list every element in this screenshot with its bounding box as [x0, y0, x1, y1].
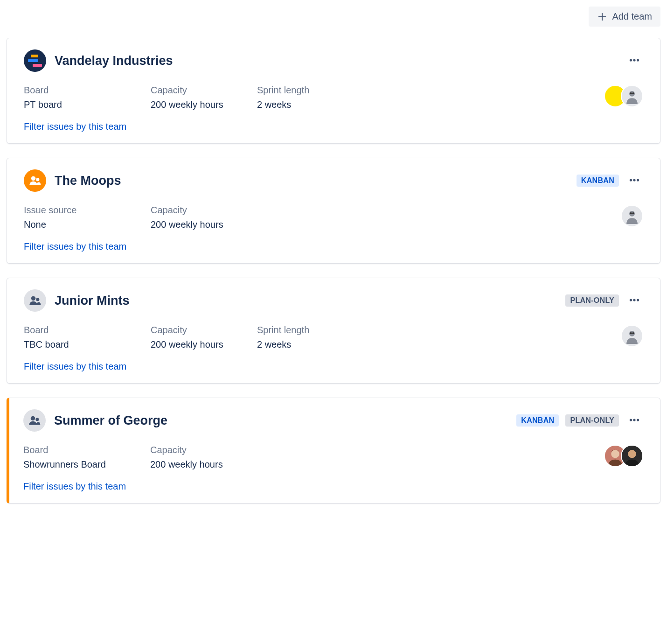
svg-point-24 [637, 299, 639, 301]
team-card: Junior Mints PLAN-ONLY Board TBC board C… [7, 278, 660, 384]
more-actions-button[interactable] [625, 51, 643, 70]
team-field: Sprint length 2 weeks [257, 85, 363, 110]
fields-row: Board TBC board Capacity 200 weekly hour… [24, 325, 363, 350]
svg-point-2 [630, 59, 632, 61]
member-avatar [621, 445, 643, 467]
card-body: Board PT board Capacity 200 weekly hours… [24, 85, 643, 110]
people-icon [28, 414, 41, 427]
svg-point-20 [31, 296, 35, 301]
team-avatar [24, 169, 46, 192]
members-list [604, 445, 643, 467]
card-header: Vandelay Industries [24, 49, 643, 72]
more-actions-button[interactable] [625, 411, 643, 430]
member-avatar [621, 325, 643, 347]
member-avatar [621, 85, 643, 107]
field-label: Capacity [150, 445, 257, 455]
filter-issues-link[interactable]: Filter issues by this team [23, 481, 126, 492]
svg-point-33 [633, 419, 635, 421]
team-avatar [24, 289, 46, 312]
header-left: Vandelay Industries [24, 49, 173, 72]
team-name: Summer of George [54, 413, 167, 428]
team-field: Capacity 200 weekly hours [151, 205, 257, 230]
field-value: 200 weekly hours [151, 99, 257, 110]
svg-point-21 [36, 298, 39, 301]
svg-point-13 [633, 179, 635, 181]
people-icon [28, 174, 42, 187]
team-field: Sprint length 2 weeks [257, 325, 363, 350]
more-actions-button[interactable] [625, 171, 643, 190]
field-value: TBC board [24, 339, 151, 350]
badge-kanban: KANBAN [516, 414, 559, 427]
svg-point-10 [31, 176, 35, 181]
team-avatar [23, 409, 46, 432]
svg-point-4 [637, 59, 639, 61]
team-field: Capacity 200 weekly hours [150, 445, 257, 470]
team-field: Capacity 200 weekly hours [151, 85, 257, 110]
more-icon [628, 294, 640, 308]
card-header: The Moops KANBAN [24, 169, 643, 192]
filter-issues-link[interactable]: Filter issues by this team [24, 121, 126, 132]
field-value: 200 weekly hours [150, 459, 257, 470]
team-avatar [24, 49, 46, 72]
svg-point-3 [633, 59, 635, 61]
field-label: Capacity [151, 85, 257, 96]
badge-plan_only: PLAN-ONLY [565, 414, 619, 427]
field-value: None [24, 219, 151, 230]
filter-issues-link[interactable]: Filter issues by this team [24, 361, 126, 372]
members-list [621, 325, 643, 347]
members-list [604, 85, 643, 107]
team-name: Junior Mints [55, 294, 130, 308]
fields-row: Board Showrunners Board Capacity 200 wee… [23, 445, 257, 470]
header-right [625, 51, 643, 70]
field-label: Board [24, 325, 151, 336]
more-icon [628, 174, 640, 188]
svg-point-11 [36, 178, 39, 181]
field-label: Issue source [24, 205, 151, 216]
field-label: Sprint length [257, 85, 363, 96]
svg-rect-29 [630, 333, 634, 333]
field-label: Board [23, 445, 150, 455]
team-field: Board PT board [24, 85, 151, 110]
team-name: The Moops [55, 174, 121, 188]
field-value: PT board [24, 99, 151, 110]
field-label: Capacity [151, 325, 257, 336]
filter-issues-link[interactable]: Filter issues by this team [24, 241, 126, 252]
svg-rect-19 [630, 213, 634, 213]
svg-point-31 [35, 418, 39, 421]
team-field: Board TBC board [24, 325, 151, 350]
field-value: 200 weekly hours [151, 219, 257, 230]
field-value: Showrunners Board [23, 459, 150, 470]
header-left: The Moops [24, 169, 121, 192]
team-field: Capacity 200 weekly hours [151, 325, 257, 350]
svg-point-36 [611, 450, 619, 458]
members-list [621, 205, 643, 227]
svg-point-38 [628, 450, 636, 458]
card-body: Board Showrunners Board Capacity 200 wee… [23, 445, 643, 470]
header-left: Summer of George [23, 409, 167, 432]
team-card: Summer of George KANBANPLAN-ONLY Board S… [7, 398, 660, 504]
member-avatar [621, 205, 643, 227]
field-value: 2 weeks [257, 99, 363, 110]
svg-point-23 [633, 299, 635, 301]
more-icon [628, 54, 640, 68]
svg-point-12 [630, 179, 632, 181]
more-actions-button[interactable] [625, 291, 643, 310]
plus-icon [597, 12, 607, 22]
toolbar: Add team [7, 7, 660, 27]
svg-point-14 [637, 179, 639, 181]
fields-row: Board PT board Capacity 200 weekly hours… [24, 85, 363, 110]
team-field: Issue source None [24, 205, 151, 230]
more-icon [628, 414, 640, 427]
svg-rect-9 [630, 93, 634, 93]
field-value: 200 weekly hours [151, 339, 257, 350]
card-header: Junior Mints PLAN-ONLY [24, 289, 643, 312]
people-icon [28, 294, 42, 307]
add-team-label: Add team [612, 11, 652, 22]
fields-row: Issue source None Capacity 200 weekly ho… [24, 205, 257, 230]
svg-point-30 [31, 416, 35, 420]
card-header: Summer of George KANBANPLAN-ONLY [23, 409, 643, 432]
field-label: Capacity [151, 205, 257, 216]
field-label: Board [24, 85, 151, 96]
header-right: PLAN-ONLY [565, 291, 643, 310]
add-team-button[interactable]: Add team [589, 7, 660, 27]
